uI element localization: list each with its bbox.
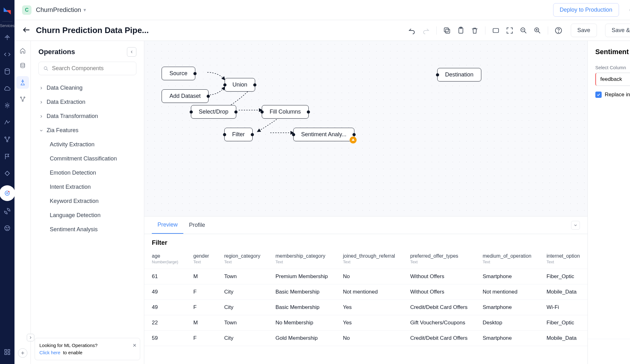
tree-leaf[interactable]: Intent Extraction [47, 180, 140, 194]
tree-group[interactable]: Data Extraction [35, 95, 140, 109]
fullscreen-icon[interactable] [506, 26, 514, 35]
rail-item-flag[interactable] [2, 151, 13, 162]
rail-item-db[interactable] [2, 66, 13, 77]
column-header[interactable]: ageNumber(large) [144, 249, 186, 269]
svg-point-29 [20, 63, 25, 65]
table-row[interactable]: 49FCityBasic MembershipYesCredit/Debit C… [144, 300, 587, 315]
back-button[interactable] [22, 25, 31, 36]
tree-leaf[interactable]: Commitment Classification [47, 152, 140, 166]
operations-title: Operations [38, 48, 75, 56]
svg-rect-13 [8, 350, 10, 351]
table-row[interactable]: 61MTownPremium MembershipNoWithout Offer… [144, 269, 587, 284]
tree-group[interactable]: Data Transformation [35, 109, 140, 123]
tree-leaf[interactable]: Keyword Extraction [47, 194, 140, 208]
node-filter[interactable]: Filter [224, 128, 253, 141]
redo-icon[interactable] [422, 26, 430, 35]
column-header[interactable]: joined_through_referralText [335, 249, 403, 269]
table-row[interactable]: 49FCityBasic MembershipNot mentionedWith… [144, 284, 587, 300]
save-close-button[interactable]: Save & Close [605, 24, 630, 37]
tab-preview[interactable]: Preview [152, 216, 183, 234]
node-destination[interactable]: Destination [437, 68, 481, 81]
svg-rect-20 [445, 29, 450, 33]
node-union[interactable]: Union [225, 78, 255, 92]
svg-point-5 [7, 141, 8, 142]
rail-item-diamond[interactable] [2, 168, 13, 179]
column-header[interactable]: preferred_offer_typesText [403, 249, 475, 269]
tree-group[interactable]: Zia Features [35, 123, 140, 137]
column-header[interactable]: medium_of_operationText [475, 249, 539, 269]
svg-rect-12 [5, 350, 7, 351]
stack-icon[interactable] [18, 61, 27, 70]
svg-rect-21 [444, 28, 448, 32]
svg-point-8 [8, 191, 9, 192]
topbar: C ChurnPrediction ▾ Deploy to Production [14, 0, 630, 20]
node-source[interactable]: Source [162, 67, 195, 80]
search-icon [43, 66, 49, 71]
column-header[interactable]: internet_optionText [539, 249, 587, 269]
zoom-in-icon[interactable] [533, 26, 541, 35]
rail-item-active[interactable] [1, 187, 14, 200]
table-row[interactable]: 22MTownNo MembershipYesGift Vouchers/Cou… [144, 315, 587, 331]
tree-group[interactable]: Data Cleaning [35, 81, 140, 95]
column-select[interactable]: feedback [595, 73, 630, 86]
rail-item-cloud[interactable] [2, 83, 13, 94]
svg-rect-6 [5, 171, 9, 176]
rail-item-0[interactable] [2, 32, 13, 43]
replace-checkbox[interactable] [595, 92, 602, 98]
rail-item-face[interactable] [2, 222, 13, 234]
node-add-dataset[interactable]: Add Dataset [162, 89, 209, 103]
svg-point-32 [22, 100, 23, 102]
svg-point-9 [5, 226, 10, 231]
collapse-panel-button[interactable] [127, 47, 136, 57]
home-icon[interactable] [18, 46, 27, 55]
undo-icon[interactable] [408, 26, 416, 35]
svg-rect-24 [493, 28, 498, 32]
chevron-down-icon[interactable] [571, 221, 580, 230]
node-select-drop[interactable]: Select/Drop [191, 105, 236, 119]
chevron-icon [39, 128, 44, 133]
search-input[interactable] [52, 65, 132, 72]
zoom-out-icon[interactable] [519, 26, 528, 35]
rail-item-leaf[interactable] [2, 205, 13, 217]
node-fill-columns[interactable]: Fill Columns [262, 105, 309, 119]
tree-leaf[interactable]: Sentiment Analysis [47, 222, 140, 237]
svg-point-31 [24, 97, 25, 98]
rail-item-za[interactable] [2, 117, 13, 128]
svg-point-28 [558, 32, 559, 32]
rail-item-grid[interactable] [2, 346, 13, 358]
rail-item-code[interactable] [2, 49, 13, 60]
svg-rect-15 [8, 353, 10, 355]
rail-item-zia[interactable] [2, 100, 13, 111]
save-button[interactable]: Save [571, 24, 597, 37]
services-rail: Services [0, 0, 14, 364]
node-sentiment[interactable]: Sentiment Analy... [293, 128, 354, 141]
pipeline-icon[interactable] [16, 76, 29, 89]
fit-icon[interactable] [492, 26, 500, 35]
add-button[interactable] [18, 348, 27, 358]
brand-logo [2, 6, 13, 16]
properties-panel: Sentiment Analysis Select Column feedbac… [587, 41, 630, 364]
graph-icon[interactable] [18, 94, 27, 104]
tree-leaf[interactable]: Emotion Detection [47, 166, 140, 180]
table-row[interactable]: 59FCityGold MembershipNoCredit/Debit Car… [144, 331, 587, 346]
deploy-button[interactable]: Deploy to Production [553, 3, 619, 17]
column-header[interactable]: genderText [186, 249, 217, 269]
preview-panel: Preview Profile Filter ageNumber(large)g… [144, 216, 587, 364]
copy-icon[interactable] [443, 26, 451, 35]
ml-enable-link[interactable]: Click here [39, 350, 60, 355]
search-input-wrapper[interactable] [38, 62, 136, 75]
close-icon[interactable]: ✕ [133, 342, 137, 349]
help-icon-2[interactable] [554, 26, 563, 35]
workspace-switch[interactable]: ChurnPrediction ▾ [36, 6, 86, 14]
svg-point-11 [8, 227, 9, 228]
column-header[interactable]: region_categoryText [217, 249, 268, 269]
trash-icon[interactable] [471, 26, 479, 35]
pipeline-canvas[interactable]: Source Union Add Dataset Select/Drop Fil… [144, 41, 587, 216]
tab-profile[interactable]: Profile [183, 217, 211, 233]
tree-leaf[interactable]: Language Detection [47, 208, 140, 222]
paste-icon[interactable] [457, 26, 465, 35]
tree-leaf[interactable]: Activity Extraction [47, 137, 140, 152]
column-header[interactable]: membership_categoryText [268, 249, 335, 269]
rail-item-nodes[interactable] [2, 134, 13, 145]
editor-mini-nav [14, 41, 31, 364]
